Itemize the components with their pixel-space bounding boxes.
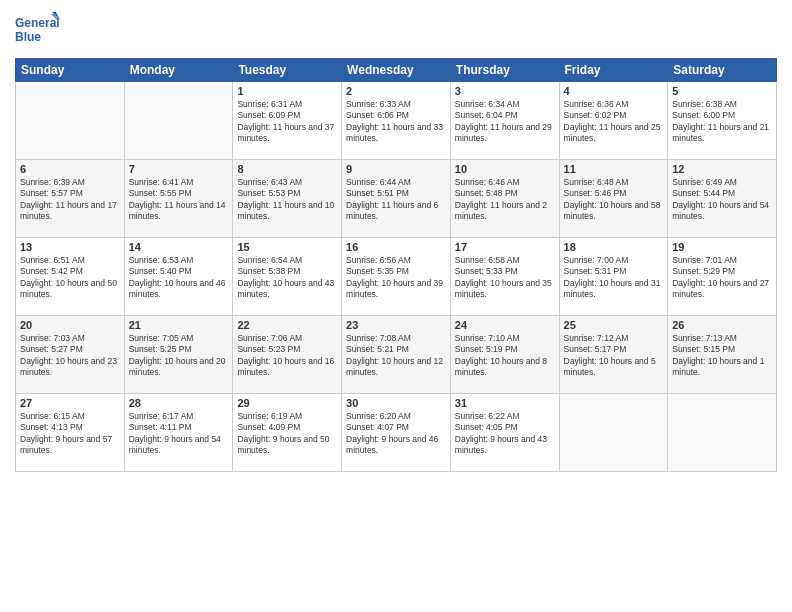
day-info: Sunrise: 6:22 AM Sunset: 4:05 PM Dayligh… — [455, 411, 555, 457]
weekday-header: Tuesday — [233, 59, 342, 82]
day-number: 27 — [20, 397, 120, 409]
day-info: Sunrise: 6:54 AM Sunset: 5:38 PM Dayligh… — [237, 255, 337, 301]
day-info: Sunrise: 7:03 AM Sunset: 5:27 PM Dayligh… — [20, 333, 120, 379]
calendar-cell: 11Sunrise: 6:48 AM Sunset: 5:46 PM Dayli… — [559, 160, 668, 238]
day-number: 16 — [346, 241, 446, 253]
calendar-cell: 16Sunrise: 6:56 AM Sunset: 5:35 PM Dayli… — [342, 238, 451, 316]
calendar-row: 27Sunrise: 6:15 AM Sunset: 4:13 PM Dayli… — [16, 394, 777, 472]
calendar-cell: 12Sunrise: 6:49 AM Sunset: 5:44 PM Dayli… — [668, 160, 777, 238]
day-info: Sunrise: 6:46 AM Sunset: 5:48 PM Dayligh… — [455, 177, 555, 223]
day-number: 1 — [237, 85, 337, 97]
day-info: Sunrise: 6:49 AM Sunset: 5:44 PM Dayligh… — [672, 177, 772, 223]
day-number: 18 — [564, 241, 664, 253]
day-info: Sunrise: 6:31 AM Sunset: 6:09 PM Dayligh… — [237, 99, 337, 145]
header: General Blue — [15, 10, 777, 50]
calendar-row: 13Sunrise: 6:51 AM Sunset: 5:42 PM Dayli… — [16, 238, 777, 316]
day-number: 19 — [672, 241, 772, 253]
day-info: Sunrise: 7:10 AM Sunset: 5:19 PM Dayligh… — [455, 333, 555, 379]
weekday-header: Friday — [559, 59, 668, 82]
calendar-cell: 2Sunrise: 6:33 AM Sunset: 6:06 PM Daylig… — [342, 82, 451, 160]
day-info: Sunrise: 6:44 AM Sunset: 5:51 PM Dayligh… — [346, 177, 446, 223]
calendar-table: SundayMondayTuesdayWednesdayThursdayFrid… — [15, 58, 777, 472]
day-number: 30 — [346, 397, 446, 409]
main-container: General Blue SundayMondayTuesdayWednesda… — [0, 0, 792, 477]
day-number: 22 — [237, 319, 337, 331]
day-number: 3 — [455, 85, 555, 97]
day-number: 4 — [564, 85, 664, 97]
weekday-header: Sunday — [16, 59, 125, 82]
calendar-cell: 7Sunrise: 6:41 AM Sunset: 5:55 PM Daylig… — [124, 160, 233, 238]
day-number: 20 — [20, 319, 120, 331]
calendar-cell: 4Sunrise: 6:36 AM Sunset: 6:02 PM Daylig… — [559, 82, 668, 160]
logo: General Blue — [15, 10, 60, 50]
day-number: 14 — [129, 241, 229, 253]
calendar-cell: 29Sunrise: 6:19 AM Sunset: 4:09 PM Dayli… — [233, 394, 342, 472]
calendar-cell: 10Sunrise: 6:46 AM Sunset: 5:48 PM Dayli… — [450, 160, 559, 238]
calendar-cell: 28Sunrise: 6:17 AM Sunset: 4:11 PM Dayli… — [124, 394, 233, 472]
day-number: 23 — [346, 319, 446, 331]
weekday-header: Saturday — [668, 59, 777, 82]
calendar-cell: 20Sunrise: 7:03 AM Sunset: 5:27 PM Dayli… — [16, 316, 125, 394]
day-number: 11 — [564, 163, 664, 175]
day-number: 13 — [20, 241, 120, 253]
day-info: Sunrise: 7:06 AM Sunset: 5:23 PM Dayligh… — [237, 333, 337, 379]
calendar-cell — [16, 82, 125, 160]
day-info: Sunrise: 6:34 AM Sunset: 6:04 PM Dayligh… — [455, 99, 555, 145]
calendar-cell: 30Sunrise: 6:20 AM Sunset: 4:07 PM Dayli… — [342, 394, 451, 472]
calendar-row: 20Sunrise: 7:03 AM Sunset: 5:27 PM Dayli… — [16, 316, 777, 394]
day-info: Sunrise: 7:00 AM Sunset: 5:31 PM Dayligh… — [564, 255, 664, 301]
calendar-cell: 17Sunrise: 6:58 AM Sunset: 5:33 PM Dayli… — [450, 238, 559, 316]
calendar-cell: 31Sunrise: 6:22 AM Sunset: 4:05 PM Dayli… — [450, 394, 559, 472]
calendar-cell: 15Sunrise: 6:54 AM Sunset: 5:38 PM Dayli… — [233, 238, 342, 316]
calendar-cell: 13Sunrise: 6:51 AM Sunset: 5:42 PM Dayli… — [16, 238, 125, 316]
day-number: 5 — [672, 85, 772, 97]
day-info: Sunrise: 7:08 AM Sunset: 5:21 PM Dayligh… — [346, 333, 446, 379]
calendar-cell — [124, 82, 233, 160]
calendar-cell: 26Sunrise: 7:13 AM Sunset: 5:15 PM Dayli… — [668, 316, 777, 394]
day-info: Sunrise: 6:19 AM Sunset: 4:09 PM Dayligh… — [237, 411, 337, 457]
day-info: Sunrise: 7:12 AM Sunset: 5:17 PM Dayligh… — [564, 333, 664, 379]
day-info: Sunrise: 6:58 AM Sunset: 5:33 PM Dayligh… — [455, 255, 555, 301]
day-info: Sunrise: 6:33 AM Sunset: 6:06 PM Dayligh… — [346, 99, 446, 145]
calendar-cell: 21Sunrise: 7:05 AM Sunset: 5:25 PM Dayli… — [124, 316, 233, 394]
day-number: 12 — [672, 163, 772, 175]
calendar-cell: 23Sunrise: 7:08 AM Sunset: 5:21 PM Dayli… — [342, 316, 451, 394]
weekday-header: Monday — [124, 59, 233, 82]
calendar-cell: 1Sunrise: 6:31 AM Sunset: 6:09 PM Daylig… — [233, 82, 342, 160]
calendar-cell: 22Sunrise: 7:06 AM Sunset: 5:23 PM Dayli… — [233, 316, 342, 394]
calendar-cell: 27Sunrise: 6:15 AM Sunset: 4:13 PM Dayli… — [16, 394, 125, 472]
svg-text:Blue: Blue — [15, 30, 41, 44]
calendar-cell: 8Sunrise: 6:43 AM Sunset: 5:53 PM Daylig… — [233, 160, 342, 238]
logo-container: General Blue — [15, 10, 60, 50]
day-info: Sunrise: 6:39 AM Sunset: 5:57 PM Dayligh… — [20, 177, 120, 223]
day-info: Sunrise: 6:56 AM Sunset: 5:35 PM Dayligh… — [346, 255, 446, 301]
day-number: 24 — [455, 319, 555, 331]
day-number: 26 — [672, 319, 772, 331]
day-info: Sunrise: 6:48 AM Sunset: 5:46 PM Dayligh… — [564, 177, 664, 223]
calendar-cell: 19Sunrise: 7:01 AM Sunset: 5:29 PM Dayli… — [668, 238, 777, 316]
calendar-cell: 5Sunrise: 6:38 AM Sunset: 6:00 PM Daylig… — [668, 82, 777, 160]
day-number: 25 — [564, 319, 664, 331]
day-number: 15 — [237, 241, 337, 253]
calendar-row: 6Sunrise: 6:39 AM Sunset: 5:57 PM Daylig… — [16, 160, 777, 238]
day-number: 9 — [346, 163, 446, 175]
day-number: 29 — [237, 397, 337, 409]
day-info: Sunrise: 7:13 AM Sunset: 5:15 PM Dayligh… — [672, 333, 772, 379]
day-info: Sunrise: 7:05 AM Sunset: 5:25 PM Dayligh… — [129, 333, 229, 379]
day-info: Sunrise: 6:38 AM Sunset: 6:00 PM Dayligh… — [672, 99, 772, 145]
day-info: Sunrise: 6:17 AM Sunset: 4:11 PM Dayligh… — [129, 411, 229, 457]
day-info: Sunrise: 6:53 AM Sunset: 5:40 PM Dayligh… — [129, 255, 229, 301]
calendar-cell: 24Sunrise: 7:10 AM Sunset: 5:19 PM Dayli… — [450, 316, 559, 394]
day-number: 17 — [455, 241, 555, 253]
weekday-header: Thursday — [450, 59, 559, 82]
calendar-cell: 3Sunrise: 6:34 AM Sunset: 6:04 PM Daylig… — [450, 82, 559, 160]
day-info: Sunrise: 6:43 AM Sunset: 5:53 PM Dayligh… — [237, 177, 337, 223]
calendar-cell — [668, 394, 777, 472]
logo-svg: General Blue — [15, 10, 60, 50]
day-info: Sunrise: 7:01 AM Sunset: 5:29 PM Dayligh… — [672, 255, 772, 301]
day-info: Sunrise: 6:20 AM Sunset: 4:07 PM Dayligh… — [346, 411, 446, 457]
day-info: Sunrise: 6:15 AM Sunset: 4:13 PM Dayligh… — [20, 411, 120, 457]
day-info: Sunrise: 6:36 AM Sunset: 6:02 PM Dayligh… — [564, 99, 664, 145]
weekday-header-row: SundayMondayTuesdayWednesdayThursdayFrid… — [16, 59, 777, 82]
calendar-row: 1Sunrise: 6:31 AM Sunset: 6:09 PM Daylig… — [16, 82, 777, 160]
